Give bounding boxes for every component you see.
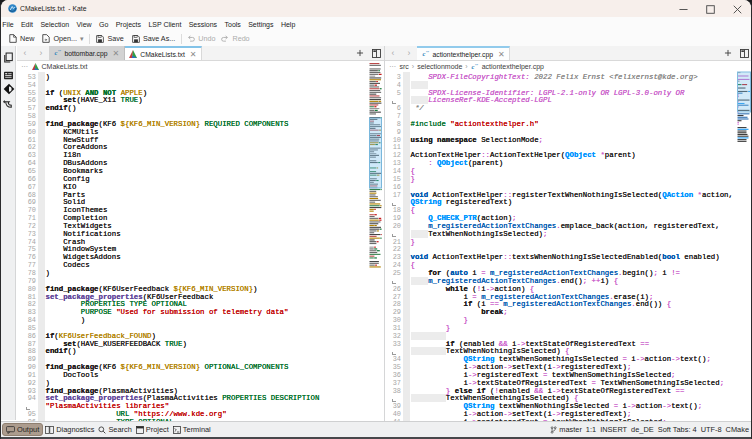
svg-text:**: ** bbox=[426, 50, 430, 55]
svg-text:**: ** bbox=[58, 49, 62, 54]
svg-text:c: c bbox=[422, 50, 425, 57]
svg-text:**: ** bbox=[475, 63, 479, 68]
svg-text:c: c bbox=[471, 63, 474, 70]
svg-text:c: c bbox=[54, 49, 57, 56]
